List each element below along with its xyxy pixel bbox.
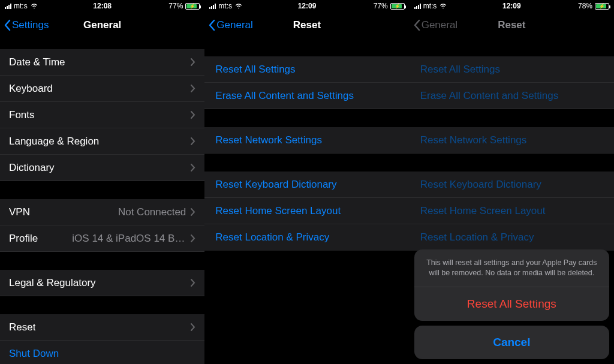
row-label: VPN	[9, 206, 30, 218]
row-label: Dictionary	[9, 162, 55, 174]
row-reset-network: Reset Network Settings	[410, 127, 614, 154]
chevron-right-icon	[191, 323, 195, 331]
row-erase-all-content: Erase All Content and Settings	[410, 83, 614, 109]
row-label: Reset	[9, 321, 35, 333]
battery-percent: 78%	[578, 2, 592, 10]
row-label: Profile	[9, 233, 38, 245]
content: Reset All Settings Erase All Content and…	[204, 38, 409, 364]
row-reset-keyboard-dictionary[interactable]: Reset Keyboard Dictionary	[204, 172, 409, 198]
action-sheet-group: This will reset all settings and your Ap…	[414, 249, 609, 321]
row-vpn[interactable]: VPNNot Connected	[0, 199, 204, 225]
back-label: Settings	[12, 19, 49, 31]
row-reset-location-privacy: Reset Location & Privacy	[410, 224, 614, 251]
cancel-button[interactable]: Cancel	[414, 326, 609, 359]
row-reset[interactable]: Reset	[0, 314, 204, 341]
back-label: General	[216, 19, 252, 31]
row-reset-all-settings[interactable]: Reset All Settings	[204, 56, 409, 83]
back-button[interactable]: Settings	[4, 19, 49, 31]
chevron-left-icon	[4, 19, 11, 31]
row-keyboard[interactable]: Keyboard	[0, 76, 204, 102]
row-label: Reset All Settings	[420, 64, 500, 76]
carrier-label: mt:s	[218, 2, 232, 10]
row-reset-keyboard-dictionary: Reset Keyboard Dictionary	[410, 172, 614, 198]
status-bar: mt:s 12:09 77% ⚡	[204, 0, 409, 12]
wifi-icon	[234, 2, 243, 10]
row-dictionary[interactable]: Dictionary	[0, 155, 204, 181]
nav-bar: General Reset	[204, 12, 409, 38]
row-date-time[interactable]: Date & Time	[0, 49, 204, 76]
back-button[interactable]: General	[208, 19, 252, 31]
battery-percent: 77%	[168, 2, 183, 10]
nav-bar: Settings General	[0, 12, 204, 38]
battery-icon: ⚡	[595, 3, 609, 10]
row-fonts[interactable]: Fonts	[0, 102, 204, 128]
status-time: 12:09	[502, 2, 521, 10]
signal-icon	[209, 3, 216, 9]
battery-icon: ⚡	[185, 3, 200, 10]
chevron-right-icon	[191, 208, 195, 216]
nav-bar: General Reset	[410, 12, 614, 38]
content: Date & Time Keyboard Fonts Language & Re…	[0, 38, 204, 364]
row-label: Erase All Content and Settings	[420, 90, 559, 102]
status-time: 12:08	[93, 2, 112, 10]
row-label: Keyboard	[9, 83, 53, 95]
chevron-right-icon	[191, 234, 195, 242]
battery-icon: ⚡	[390, 3, 405, 10]
row-profile[interactable]: ProfileiOS 14 & iPadOS 14 Beta Softwar..…	[0, 225, 204, 252]
battery-percent: 77%	[374, 2, 388, 10]
chevron-right-icon	[191, 85, 195, 92]
screen-reset-confirm: mt:s 12:09 78% ⚡ General Reset Reset All…	[410, 0, 614, 364]
row-label: Date & Time	[9, 56, 65, 68]
action-sheet: This will reset all settings and your Ap…	[414, 249, 609, 359]
status-bar: mt:s 12:08 77% ⚡	[0, 0, 204, 12]
carrier-label: mt:s	[423, 2, 437, 10]
vpn-status: Not Connected	[118, 206, 186, 218]
signal-icon	[5, 3, 11, 9]
chevron-right-icon	[191, 58, 195, 66]
row-label: Reset Location & Privacy	[420, 231, 534, 243]
chevron-right-icon	[191, 111, 195, 119]
button-label: Reset All Settings	[467, 297, 556, 311]
row-label: Language & Region	[9, 136, 99, 148]
row-label: Reset Location & Privacy	[215, 231, 329, 243]
carrier-label: mt:s	[14, 2, 28, 10]
row-label: Fonts	[9, 109, 35, 121]
row-label: Reset All Settings	[215, 64, 295, 76]
nav-title: Reset	[498, 19, 525, 31]
chevron-left-icon	[208, 19, 215, 31]
action-sheet-message: This will reset all settings and your Ap…	[414, 249, 609, 287]
chevron-right-icon	[191, 164, 195, 172]
back-label: General	[422, 19, 458, 31]
row-reset-all-settings: Reset All Settings	[410, 56, 614, 83]
chevron-right-icon	[191, 137, 195, 145]
row-label: Reset Network Settings	[420, 134, 527, 146]
row-shutdown[interactable]: Shut Down	[0, 341, 204, 364]
wifi-icon	[30, 2, 38, 10]
screen-reset: mt:s 12:09 77% ⚡ General Reset Reset All…	[204, 0, 409, 364]
button-label: Cancel	[493, 336, 530, 349]
chevron-left-icon	[413, 19, 420, 31]
row-label: Reset Network Settings	[215, 134, 322, 146]
wifi-icon	[439, 2, 447, 10]
profile-detail: iOS 14 & iPadOS 14 Beta Softwar...	[72, 233, 186, 245]
row-reset-home-screen: Reset Home Screen Layout	[410, 198, 614, 224]
row-legal-regulatory[interactable]: Legal & Regulatory	[0, 270, 204, 296]
nav-title: Reset	[293, 19, 321, 31]
row-label: Reset Home Screen Layout	[215, 205, 341, 217]
action-sheet-cancel-group: Cancel	[414, 326, 609, 359]
row-language-region[interactable]: Language & Region	[0, 128, 204, 155]
row-erase-all-content[interactable]: Erase All Content and Settings	[204, 83, 409, 109]
row-reset-network[interactable]: Reset Network Settings	[204, 127, 409, 154]
row-label: Shut Down	[9, 348, 59, 360]
nav-title: General	[83, 19, 121, 31]
back-button: General	[413, 19, 458, 31]
confirm-reset-button[interactable]: Reset All Settings	[414, 287, 609, 321]
row-reset-location-privacy[interactable]: Reset Location & Privacy	[204, 224, 409, 251]
status-time: 12:09	[298, 2, 317, 10]
row-label: Erase All Content and Settings	[215, 90, 354, 102]
row-reset-home-screen[interactable]: Reset Home Screen Layout	[204, 198, 409, 224]
row-label: Reset Home Screen Layout	[420, 205, 546, 217]
signal-icon	[414, 3, 421, 9]
screen-general: mt:s 12:08 77% ⚡ Settings General Date &…	[0, 0, 204, 364]
status-bar: mt:s 12:09 78% ⚡	[410, 0, 614, 12]
